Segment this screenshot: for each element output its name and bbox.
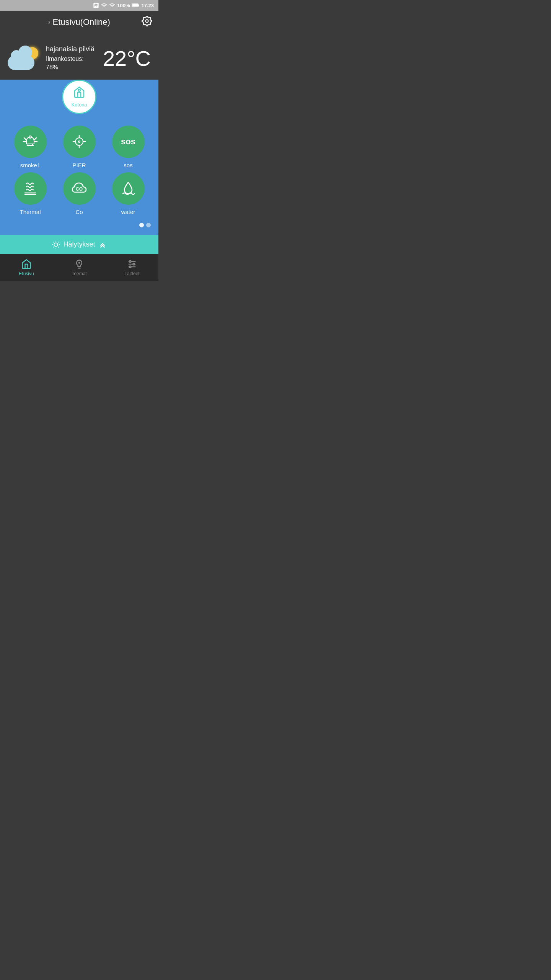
weather-humidity: Ilmankosteus: 78% xyxy=(46,55,95,72)
alarm-icon xyxy=(21,132,39,151)
device-item-sos: sos sos xyxy=(106,126,151,168)
chevron-up-icon xyxy=(98,240,107,249)
svg-text:CO: CO xyxy=(76,186,83,192)
svg-line-28 xyxy=(53,247,54,247)
svg-point-21 xyxy=(54,243,58,246)
svg-point-34 xyxy=(129,260,131,262)
smoke1-button[interactable] xyxy=(14,126,47,158)
svg-rect-2 xyxy=(132,4,138,7)
pier-label: PIER xyxy=(72,162,86,168)
home-mode-button[interactable]: Kotona xyxy=(62,80,96,114)
device-item-co: CO Co xyxy=(57,172,102,215)
nav-teemat-label: Teemat xyxy=(72,271,86,276)
status-bar: 100% 17.23 xyxy=(0,0,158,11)
sos-icon: sos xyxy=(121,137,135,147)
svg-point-3 xyxy=(146,20,148,22)
device-item-thermal: Thermal xyxy=(8,172,53,215)
home-button-label: Kotona xyxy=(71,102,87,108)
svg-point-12 xyxy=(75,138,83,145)
home-button-container: Kotona xyxy=(0,80,158,114)
nav-home-icon xyxy=(21,259,32,270)
humidity-value: 78% xyxy=(46,64,58,70)
svg-line-29 xyxy=(58,242,59,242)
target-icon xyxy=(70,132,88,151)
battery-text: 100% xyxy=(117,3,130,8)
device-item-water: water xyxy=(106,172,151,215)
pagination-dot-2[interactable] xyxy=(146,223,151,227)
nav-bulb-icon xyxy=(74,259,85,270)
thermal-button[interactable] xyxy=(14,172,47,205)
bottom-nav: Etusivu Teemat Laitteet xyxy=(0,254,158,281)
thermal-label: Thermal xyxy=(20,209,41,215)
status-icons: 100% 17.23 xyxy=(93,2,154,8)
thermal-icon xyxy=(21,179,39,198)
weather-description: hajanaisia pilviä xyxy=(46,45,95,53)
weather-icon xyxy=(8,47,38,70)
nav-etusivu-label: Etusivu xyxy=(19,271,34,276)
home-house-icon xyxy=(73,86,85,101)
page-title: Etusivu(Online) xyxy=(52,17,110,27)
alert-bar[interactable]: Hälytykset xyxy=(0,235,158,254)
svg-point-13 xyxy=(78,141,80,142)
nav-item-laitteet[interactable]: Laitteet xyxy=(106,259,158,276)
device-grid: smoke1 PIER sos sos xyxy=(0,126,158,223)
nav-sliders-icon xyxy=(127,259,137,270)
blue-section: Kotona xyxy=(0,80,158,235)
device-item-smoke1: smoke1 xyxy=(8,126,53,168)
nav-item-etusivu[interactable]: Etusivu xyxy=(0,259,53,276)
time-text: 17.23 xyxy=(141,3,154,8)
alert-icon xyxy=(52,240,60,249)
header-title-container: › Etusivu(Online) xyxy=(48,17,110,27)
water-label: water xyxy=(121,209,135,215)
device-item-pier: PIER xyxy=(57,126,102,168)
weather-temperature: 22°C xyxy=(103,48,151,69)
svg-rect-1 xyxy=(139,5,139,6)
sos-button[interactable]: sos xyxy=(112,126,145,158)
svg-line-6 xyxy=(24,138,26,140)
wifi-icon xyxy=(101,2,107,8)
svg-line-8 xyxy=(34,138,36,140)
nav-item-teemat[interactable]: Teemat xyxy=(53,259,106,276)
co-icon: CO xyxy=(70,179,88,198)
pier-button[interactable] xyxy=(63,126,96,158)
water-button[interactable] xyxy=(112,172,145,205)
svg-line-25 xyxy=(58,247,59,247)
settings-button[interactable] xyxy=(142,16,152,29)
alert-bar-label: Hälytykset xyxy=(63,240,95,248)
pagination xyxy=(0,223,158,231)
svg-point-4 xyxy=(78,89,80,91)
svg-point-36 xyxy=(129,266,131,268)
humidity-label: Ilmankosteus: xyxy=(46,56,84,62)
sos-label: sos xyxy=(124,162,132,168)
water-icon xyxy=(119,179,137,198)
svg-point-30 xyxy=(79,262,80,263)
dropdown-chevron[interactable]: › xyxy=(48,19,50,26)
smoke1-label: smoke1 xyxy=(20,162,41,168)
co-button[interactable]: CO xyxy=(63,172,96,205)
pagination-dot-1[interactable] xyxy=(139,223,144,227)
co-label: Co xyxy=(75,209,83,215)
svg-point-35 xyxy=(133,263,135,265)
app-header: › Etusivu(Online) xyxy=(0,11,158,34)
battery-icon xyxy=(132,2,139,8)
weather-info: hajanaisia pilviä Ilmankosteus: 78% xyxy=(46,45,95,72)
svg-line-24 xyxy=(53,242,54,242)
signal-icon xyxy=(109,2,115,8)
nfc-icon xyxy=(93,2,99,8)
nav-laitteet-label: Laitteet xyxy=(124,271,139,276)
